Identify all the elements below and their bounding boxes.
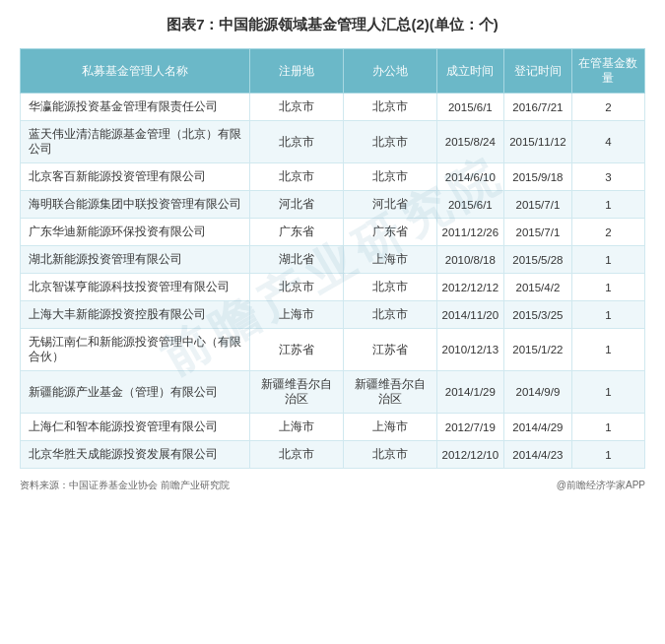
table-body: 华瀛能源投资基金管理有限责任公司北京市北京市2015/6/12016/7/212… (21, 94, 645, 469)
table-cell: 新疆维吾尔自治区 (343, 371, 436, 414)
table-cell: 北京市 (249, 94, 343, 121)
data-table: 私募基金管理人名称注册地办公地成立时间登记时间在管基金数量 华瀛能源投资基金管理… (20, 48, 645, 469)
table-cell: 2012/12/12 (436, 274, 504, 301)
table-cell: 2014/11/20 (436, 301, 504, 329)
footer-brand: @前瞻经济学家APP (557, 479, 645, 492)
table-cell: 2010/12/13 (436, 329, 504, 371)
footer-source: 资料来源：中国证券基金业协会 前瞻产业研究院 (20, 479, 230, 492)
table-cell: 河北省 (343, 191, 436, 219)
table-cell: 华瀛能源投资基金管理有限责任公司 (21, 94, 250, 121)
table-cell: 2012/12/10 (436, 441, 504, 469)
table-cell: 上海大丰新能源投资控股有限公司 (21, 301, 250, 329)
table-cell: 北京市 (249, 441, 343, 469)
table-cell: 北京市 (343, 301, 436, 329)
table-cell: 1 (571, 414, 644, 441)
table-cell: 北京市 (249, 121, 343, 163)
table-cell: 2015/3/25 (504, 301, 572, 329)
table-row: 无锡江南仁和新能源投资管理中心（有限合伙）江苏省江苏省2010/12/13201… (21, 329, 645, 371)
table-cell: 2014/1/29 (436, 371, 504, 414)
table-header-cell: 注册地 (249, 49, 343, 94)
page-title: 图表7：中国能源领域基金管理人汇总(2)(单位：个) (20, 16, 645, 34)
table-cell: 湖北新能源投资管理有限公司 (21, 246, 250, 274)
table-cell: 2010/8/18 (436, 246, 504, 274)
table-cell: 2015/5/28 (504, 246, 572, 274)
table-cell: 广东华迪新能源环保投资有限公司 (21, 219, 250, 246)
table-cell: 北京市 (343, 121, 436, 163)
table-row: 北京客百新能源投资管理有限公司北京市北京市2014/6/102015/9/183 (21, 163, 645, 191)
table-header-cell: 私募基金管理人名称 (21, 49, 250, 94)
table-cell: 北京市 (249, 163, 343, 191)
footer: 资料来源：中国证券基金业协会 前瞻产业研究院 @前瞻经济学家APP (20, 479, 645, 492)
table-cell: 上海市 (343, 414, 436, 441)
table-cell: 江苏省 (249, 329, 343, 371)
table-cell: 4 (571, 121, 644, 163)
table-cell: 广东省 (343, 219, 436, 246)
table-cell: 1 (571, 441, 644, 469)
table-cell: 北京市 (343, 94, 436, 121)
table-cell: 2014/9/9 (504, 371, 572, 414)
table-cell: 2014/6/10 (436, 163, 504, 191)
table-row: 北京智谋亨能源科技投资管理有限公司北京市北京市2012/12/122015/4/… (21, 274, 645, 301)
table-cell: 1 (571, 371, 644, 414)
table-cell: 2014/4/29 (504, 414, 572, 441)
table-row: 蓝天伟业清洁能源基金管理（北京）有限公司北京市北京市2015/8/242015/… (21, 121, 645, 163)
table-cell: 湖北省 (249, 246, 343, 274)
table-cell: 河北省 (249, 191, 343, 219)
table-cell: 2015/6/1 (436, 94, 504, 121)
table-cell: 北京华胜天成能源投资发展有限公司 (21, 441, 250, 469)
table-header-cell: 在管基金数量 (571, 49, 644, 94)
table-cell: 1 (571, 274, 644, 301)
table-row: 北京华胜天成能源投资发展有限公司北京市北京市2012/12/102014/4/2… (21, 441, 645, 469)
table-cell: 2016/7/21 (504, 94, 572, 121)
table-cell: 1 (571, 329, 644, 371)
table-cell: 2015/6/1 (436, 191, 504, 219)
table-cell: 2015/7/1 (504, 219, 572, 246)
table-cell: 北京市 (343, 441, 436, 469)
table-header-cell: 成立时间 (436, 49, 504, 94)
table-cell: 北京市 (343, 163, 436, 191)
table-cell: 2015/1/22 (504, 329, 572, 371)
page-container: 图表7：中国能源领域基金管理人汇总(2)(单位：个) 前瞻产业研究院 私募基金管… (0, 0, 665, 532)
table-cell: 海明联合能源集团中联投资管理有限公司 (21, 191, 250, 219)
table-cell: 2 (571, 94, 644, 121)
table-cell: 2015/9/18 (504, 163, 572, 191)
table-cell: 1 (571, 246, 644, 274)
table-cell: 上海市 (249, 301, 343, 329)
table-cell: 2015/8/24 (436, 121, 504, 163)
table-cell: 北京客百新能源投资管理有限公司 (21, 163, 250, 191)
table-row: 华瀛能源投资基金管理有限责任公司北京市北京市2015/6/12016/7/212 (21, 94, 645, 121)
table-row: 海明联合能源集团中联投资管理有限公司河北省河北省2015/6/12015/7/1… (21, 191, 645, 219)
table-cell: 广东省 (249, 219, 343, 246)
table-cell: 北京市 (249, 274, 343, 301)
table-header-cell: 登记时间 (504, 49, 572, 94)
table-row: 上海大丰新能源投资控股有限公司上海市北京市2014/11/202015/3/25… (21, 301, 645, 329)
table-row: 广东华迪新能源环保投资有限公司广东省广东省2011/12/262015/7/12 (21, 219, 645, 246)
table-cell: 2012/7/19 (436, 414, 504, 441)
table-cell: 1 (571, 301, 644, 329)
table-header-row: 私募基金管理人名称注册地办公地成立时间登记时间在管基金数量 (21, 49, 645, 94)
table-cell: 2015/4/2 (504, 274, 572, 301)
table-cell: 2015/11/12 (504, 121, 572, 163)
table-cell: 上海市 (249, 414, 343, 441)
table-cell: 2014/4/23 (504, 441, 572, 469)
table-header-cell: 办公地 (343, 49, 436, 94)
table-cell: 上海仁和智本能源投资管理有限公司 (21, 414, 250, 441)
table-row: 新疆能源产业基金（管理）有限公司新疆维吾尔自治区新疆维吾尔自治区2014/1/2… (21, 371, 645, 414)
table-cell: 北京市 (343, 274, 436, 301)
table-cell: 北京智谋亨能源科技投资管理有限公司 (21, 274, 250, 301)
table-cell: 蓝天伟业清洁能源基金管理（北京）有限公司 (21, 121, 250, 163)
table-cell: 无锡江南仁和新能源投资管理中心（有限合伙） (21, 329, 250, 371)
table-cell: 2 (571, 219, 644, 246)
table-cell: 1 (571, 191, 644, 219)
table-cell: 3 (571, 163, 644, 191)
table-row: 湖北新能源投资管理有限公司湖北省上海市2010/8/182015/5/281 (21, 246, 645, 274)
table-cell: 新疆维吾尔自治区 (249, 371, 343, 414)
table-row: 上海仁和智本能源投资管理有限公司上海市上海市2012/7/192014/4/29… (21, 414, 645, 441)
table-cell: 江苏省 (343, 329, 436, 371)
table-cell: 2011/12/26 (436, 219, 504, 246)
table-cell: 新疆能源产业基金（管理）有限公司 (21, 371, 250, 414)
table-cell: 2015/7/1 (504, 191, 572, 219)
table-cell: 上海市 (343, 246, 436, 274)
